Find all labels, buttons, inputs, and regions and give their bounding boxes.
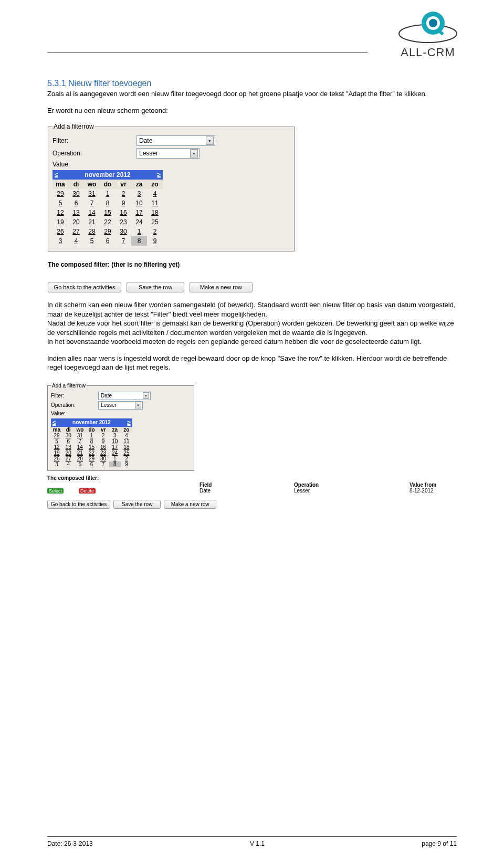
calendar-day[interactable]: 30 [98,456,109,462]
date-picker[interactable]: ≤ november 2012 ≥ madiwodovrzazo 2930311… [52,170,163,246]
calendar-day[interactable]: 31 [74,433,86,438]
calendar-day[interactable]: 18 [121,444,132,450]
calendar-day[interactable]: 2 [116,189,131,198]
calendar-day[interactable]: 6 [62,438,74,444]
calendar-day[interactable]: 7 [98,462,109,467]
calendar-day[interactable]: 9 [116,198,131,208]
calendar-day[interactable]: 10 [109,438,121,444]
calendar-day[interactable]: 5 [52,198,68,208]
calendar-day[interactable]: 21 [74,450,86,456]
calendar-day[interactable]: 15 [100,208,116,217]
calendar-day[interactable]: 19 [52,217,68,227]
calendar-day[interactable]: 13 [68,208,84,217]
calendar-day[interactable]: 16 [116,208,131,217]
calendar-day[interactable]: 25 [147,217,163,227]
calendar-day[interactable]: 1 [100,189,116,198]
select-pill[interactable]: Select [47,488,64,494]
calendar-day[interactable]: 3 [131,189,147,198]
calendar-day[interactable]: 10 [131,198,147,208]
calendar-day[interactable]: 30 [62,433,74,438]
calendar-day[interactable]: 27 [62,456,74,462]
calendar-day[interactable]: 12 [52,208,68,217]
calendar-day[interactable]: 6 [100,236,116,246]
calendar-day[interactable]: 15 [86,444,97,450]
calendar-day[interactable]: 16 [98,444,109,450]
new-row-button[interactable]: Make a new row [190,282,253,292]
calendar-day[interactable]: 14 [74,444,86,450]
calendar-day[interactable]: 28 [74,456,86,462]
prev-month-icon[interactable]: ≤ [52,419,56,426]
new-row-button-2[interactable]: Make a new row [164,500,216,509]
calendar-day[interactable]: 29 [51,433,62,438]
next-month-icon[interactable]: ≥ [127,419,131,426]
calendar-day[interactable]: 5 [84,236,100,246]
calendar-day[interactable]: 11 [121,438,132,444]
go-back-button-2[interactable]: Go back to the activities [47,500,110,509]
calendar-day[interactable]: 30 [116,227,131,236]
calendar-day[interactable]: 4 [62,462,74,467]
calendar-day[interactable]: 24 [131,217,147,227]
calendar-day[interactable]: 23 [116,217,131,227]
calendar-day[interactable]: 2 [121,456,132,462]
calendar-day[interactable]: 8 [100,198,116,208]
calendar-day[interactable]: 11 [147,198,163,208]
calendar-day[interactable]: 8 [109,462,121,467]
calendar-day[interactable]: 23 [98,450,109,456]
prev-month-icon[interactable]: ≤ [55,171,58,179]
save-row-button-2[interactable]: Save the row [113,500,161,509]
calendar-day[interactable]: 6 [68,198,84,208]
calendar-day[interactable]: 4 [147,189,163,198]
calendar-day[interactable]: 25 [121,450,132,456]
calendar-day[interactable]: 1 [86,433,97,438]
calendar-day[interactable]: 29 [52,189,68,198]
calendar-day[interactable]: 24 [109,450,121,456]
calendar-day[interactable]: 18 [147,208,163,217]
go-back-button[interactable]: Go back to the activities [48,282,121,292]
calendar-day[interactable]: 4 [68,236,84,246]
calendar-day[interactable]: 28 [84,227,100,236]
calendar-day[interactable]: 9 [98,438,109,444]
calendar-day[interactable]: 2 [147,227,163,236]
calendar-day[interactable]: 19 [51,450,62,456]
calendar-day[interactable]: 8 [131,236,147,246]
operation-select-2[interactable]: Lesser ▼ [98,401,143,410]
calendar-day[interactable]: 4 [121,433,132,438]
calendar-day[interactable]: 6 [86,462,97,467]
calendar-day[interactable]: 9 [147,236,163,246]
calendar-day[interactable]: 14 [84,208,100,217]
calendar-day[interactable]: 26 [51,456,62,462]
save-row-button[interactable]: Save the row [127,282,184,292]
operation-select[interactable]: Lesser ▼ [136,148,200,159]
calendar-day[interactable]: 29 [100,227,116,236]
calendar-day[interactable]: 22 [100,217,116,227]
calendar-day[interactable]: 17 [131,208,147,217]
calendar-day[interactable]: 20 [68,217,84,227]
calendar-day[interactable]: 3 [109,433,121,438]
calendar-day[interactable]: 22 [86,450,97,456]
next-month-icon[interactable]: ≥ [157,171,161,179]
calendar-day[interactable]: 26 [52,227,68,236]
filter-select-2[interactable]: Date ▼ [98,392,151,400]
calendar-day[interactable]: 5 [51,438,62,444]
calendar-day[interactable]: 21 [84,217,100,227]
calendar-day[interactable]: 5 [74,462,86,467]
calendar-day[interactable]: 1 [131,227,147,236]
calendar-day[interactable]: 30 [68,189,84,198]
calendar-day[interactable]: 17 [109,444,121,450]
calendar-day[interactable]: 31 [84,189,100,198]
filter-select[interactable]: Date ▼ [136,135,215,146]
calendar-day[interactable]: 8 [86,438,97,444]
calendar-day[interactable]: 27 [68,227,84,236]
delete-pill[interactable]: Delete [79,488,96,494]
calendar-day[interactable]: 3 [51,462,62,467]
calendar-day[interactable]: 12 [51,444,62,450]
date-picker-2[interactable]: ≤ november 2012 ≥ madiwodovrzazo 2930311… [51,418,132,467]
calendar-day[interactable]: 1 [109,456,121,462]
calendar-day[interactable]: 3 [52,236,68,246]
calendar-day[interactable]: 9 [121,462,132,467]
calendar-day[interactable]: 7 [84,198,100,208]
calendar-day[interactable]: 13 [62,444,74,450]
calendar-day[interactable]: 2 [98,433,109,438]
calendar-day[interactable]: 7 [74,438,86,444]
calendar-day[interactable]: 20 [62,450,74,456]
